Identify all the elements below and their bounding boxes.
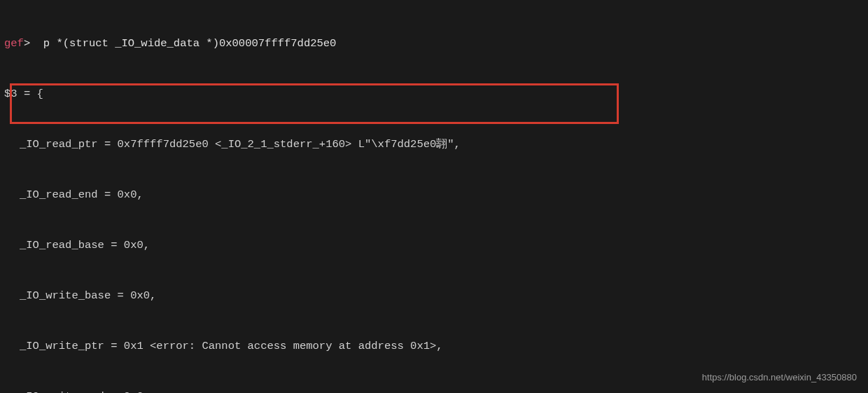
io-read-ptr: _IO_read_ptr = 0x7ffff7dd25e0 <_IO_2_1_s… <box>0 136 868 153</box>
gef-prompt: gef <box>4 37 24 50</box>
watermark: https://blog.csdn.net/weixin_43350880 <box>702 371 857 385</box>
prompt-arrow: > <box>24 37 30 50</box>
io-write-ptr: _IO_write_ptr = 0x1 <error: Cannot acces… <box>0 338 868 354</box>
terminal-output: gef> p *(struct _IO_wide_data *)0x00007f… <box>0 1 868 393</box>
command-text: p *(struct _IO_wide_data *)0x00007ffff7d… <box>43 37 337 50</box>
result-var: $3 = { <box>0 85 868 102</box>
io-write-end: _IO_write_end = 0x0, <box>0 388 868 393</box>
io-write-base: _IO_write_base = 0x0, <box>0 287 868 304</box>
io-read-end: _IO_read_end = 0x0, <box>0 186 868 203</box>
io-read-base: _IO_read_base = 0x0, <box>0 237 868 254</box>
prompt-line[interactable]: gef> p *(struct _IO_wide_data *)0x00007f… <box>0 35 868 52</box>
